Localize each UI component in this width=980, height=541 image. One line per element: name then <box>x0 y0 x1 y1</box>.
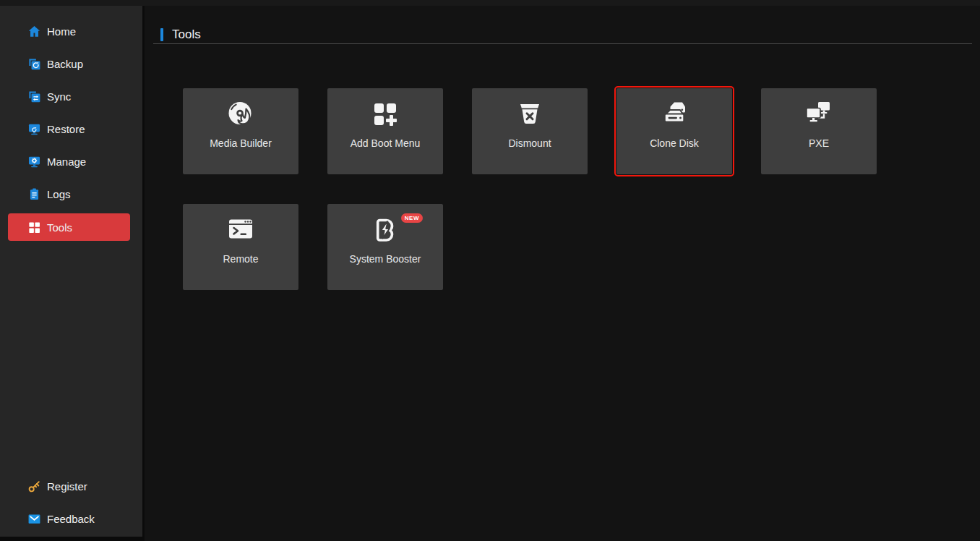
sidebar-item-label: Backup <box>47 58 83 70</box>
tools-grid: Media Builder Add Boot Menu Dismount <box>183 88 877 290</box>
sidebar-item-label: Tools <box>47 221 72 234</box>
sidebar-item-label: Register <box>47 480 87 493</box>
sidebar-item-label: Logs <box>47 188 71 200</box>
bucket-x-icon <box>514 98 546 130</box>
page-title: Tools <box>172 27 201 42</box>
grid-plus-icon <box>369 98 401 130</box>
sidebar-nav: Home Backup <box>0 6 142 243</box>
sidebar-item-sync[interactable]: Sync <box>8 80 130 113</box>
main-content: Tools Media Builder Add Boot Me <box>145 6 980 541</box>
sidebar-item-backup[interactable]: Backup <box>8 48 130 80</box>
logs-icon <box>27 187 41 202</box>
new-badge: NEW <box>401 213 423 223</box>
sidebar-footer: Register Feedback <box>0 470 142 535</box>
tool-tile-pxe[interactable]: PXE <box>761 88 877 174</box>
sidebar-item-logs[interactable]: Logs <box>8 178 130 210</box>
sidebar-item-feedback[interactable]: Feedback <box>8 503 130 535</box>
tool-tile-label: Media Builder <box>210 137 272 149</box>
sidebar: Home Backup <box>0 6 142 537</box>
sidebar-item-home[interactable]: Home <box>8 15 130 48</box>
restore-icon <box>27 122 41 137</box>
sidebar-item-tools[interactable]: Tools <box>8 213 130 241</box>
envelope-icon <box>27 512 41 527</box>
tool-tile-label: Remote <box>223 253 258 265</box>
sidebar-item-register[interactable]: Register <box>8 470 130 503</box>
tools-grid-icon <box>27 220 41 234</box>
tool-tile-label: Clone Disk <box>650 137 699 149</box>
key-icon <box>27 480 41 494</box>
window-top-edge <box>0 0 980 6</box>
tool-tile-add-boot-menu[interactable]: Add Boot Menu <box>327 88 443 174</box>
tool-tile-remote[interactable]: Remote <box>183 204 298 290</box>
sidebar-item-label: Home <box>47 25 76 38</box>
sidebar-item-label: Restore <box>47 123 85 135</box>
tool-tile-label: PXE <box>809 137 829 149</box>
booster-bolt-icon <box>369 214 401 246</box>
terminal-window-icon <box>225 214 257 246</box>
sync-icon <box>27 90 41 104</box>
sidebar-item-label: Sync <box>47 90 71 103</box>
backup-icon <box>27 57 41 72</box>
home-icon <box>27 25 41 39</box>
network-computers-icon <box>803 98 835 130</box>
tool-tile-label: Add Boot Menu <box>351 137 421 149</box>
stacked-drives-icon <box>658 98 690 130</box>
tool-tile-system-booster[interactable]: NEW System Booster <box>327 204 443 290</box>
tool-tile-label: Dismount <box>508 137 551 149</box>
disc-burn-icon <box>225 98 257 130</box>
sidebar-item-manage[interactable]: Manage <box>8 145 130 178</box>
tool-tile-clone-disk[interactable]: Clone Disk <box>616 88 732 174</box>
tool-tile-dismount[interactable]: Dismount <box>472 88 588 174</box>
tool-tile-label: System Booster <box>350 253 421 265</box>
manage-icon <box>27 155 41 169</box>
sidebar-item-label: Feedback <box>47 513 95 525</box>
title-accent-bar <box>160 28 163 41</box>
sidebar-item-label: Manage <box>47 156 86 168</box>
sidebar-item-restore[interactable]: Restore <box>8 113 130 145</box>
tool-tile-media-builder[interactable]: Media Builder <box>183 88 298 174</box>
page-header: Tools <box>153 6 972 44</box>
